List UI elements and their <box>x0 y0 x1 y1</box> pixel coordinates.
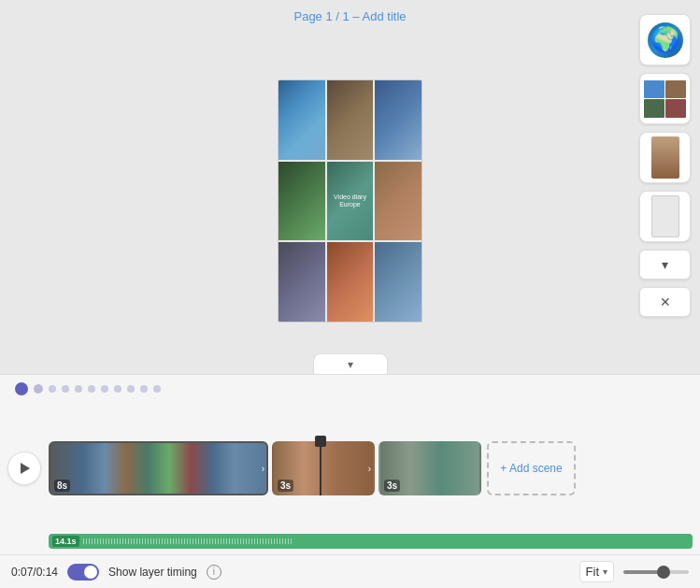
chevron-down-icon: ▾ <box>662 257 668 272</box>
sidebar-panel-4-preview <box>651 195 679 237</box>
dot-11 <box>153 385 161 393</box>
right-sidebar: 🌍 ▾ ✕ <box>639 14 691 317</box>
zoom-slider-thumb[interactable] <box>657 566 670 579</box>
tick <box>190 538 191 544</box>
tick <box>201 538 202 544</box>
play-button[interactable] <box>7 452 41 485</box>
collage-cell-2 <box>327 80 374 160</box>
scene-clip-3[interactable]: 3s <box>379 441 481 495</box>
tick <box>271 538 272 544</box>
page-title: Page 1 / 1 – Add title <box>293 9 406 23</box>
timeline-track: 8s › 3s › 3s + Add scene <box>0 403 700 534</box>
dot-1[interactable] <box>15 382 28 395</box>
tick <box>145 538 146 544</box>
tick <box>179 538 179 544</box>
progress-bar[interactable]: 14.1s <box>49 534 693 549</box>
progress-label: 14.1s <box>52 536 79 547</box>
tick <box>125 538 126 544</box>
collage-cell-6 <box>375 162 421 241</box>
tick <box>117 538 118 544</box>
tick <box>282 538 283 544</box>
tick <box>212 538 213 544</box>
tick <box>187 538 188 544</box>
collapse-arrow-button[interactable]: ▾ <box>313 353 388 374</box>
tick <box>265 538 266 544</box>
add-title-link[interactable]: Add title <box>363 9 407 23</box>
tick <box>277 538 278 544</box>
tick <box>215 538 216 544</box>
tick <box>198 538 199 544</box>
collage-preview: Video diaryEurope <box>278 79 422 323</box>
collage-cell-3 <box>375 80 421 160</box>
sidebar-close-button[interactable]: ✕ <box>639 287 691 317</box>
dot-9 <box>127 385 135 393</box>
tick <box>128 538 129 544</box>
tick <box>209 538 210 544</box>
sidebar-expand-button[interactable]: ▾ <box>639 250 691 280</box>
tick <box>139 538 140 544</box>
tick <box>120 538 121 544</box>
tick <box>193 538 193 544</box>
tick <box>184 538 185 544</box>
tick <box>164 538 165 544</box>
tick <box>159 538 160 544</box>
sidebar-panel-video-diary[interactable] <box>639 73 691 124</box>
canvas-area: Page 1 / 1 – Add title Video diaryEurope… <box>0 0 700 374</box>
tick <box>106 538 107 544</box>
tick <box>285 538 286 544</box>
tick <box>246 538 247 544</box>
mini-cell-4 <box>665 99 686 118</box>
scene-1-duration: 8s <box>54 480 70 492</box>
tick <box>226 538 227 544</box>
dot-8 <box>114 385 121 393</box>
sidebar-panel-globe[interactable]: 🌍 <box>639 14 691 65</box>
scene-clip-2[interactable]: 3s › <box>272 441 375 495</box>
tick <box>195 538 196 544</box>
dot-3 <box>49 385 56 393</box>
tick <box>134 538 135 544</box>
tick <box>142 538 143 544</box>
tick <box>221 538 221 544</box>
tick <box>103 538 104 544</box>
dots-row <box>0 375 700 403</box>
layer-timing-toggle[interactable] <box>67 564 99 581</box>
tick <box>94 538 95 544</box>
info-icon[interactable]: i <box>207 565 221 580</box>
add-scene-button[interactable]: + Add scene <box>487 441 576 495</box>
tick <box>100 538 101 544</box>
mini-cell-1 <box>644 80 664 99</box>
collage-cell-9 <box>375 242 421 322</box>
sidebar-panel-4[interactable] <box>639 191 691 242</box>
scene-clip-1[interactable]: 8s › <box>49 441 268 495</box>
tick <box>237 538 238 544</box>
collage-cell-4 <box>279 162 325 241</box>
tick <box>288 538 289 544</box>
scene-1-arrow: › <box>262 464 264 474</box>
tick <box>249 538 250 544</box>
fit-chevron-icon: ▾ <box>603 566 607 577</box>
tick <box>260 538 261 544</box>
progress-bar-container: 14.1s <box>49 534 693 554</box>
zoom-slider[interactable] <box>623 570 689 574</box>
tick <box>279 538 280 544</box>
tick <box>223 538 224 544</box>
tick <box>243 538 244 544</box>
tick <box>170 538 171 544</box>
collapse-chevron-icon: ▾ <box>348 358 353 371</box>
collage-cell-8 <box>327 242 374 322</box>
scene-2-arrow: › <box>368 464 371 474</box>
tick <box>173 538 174 544</box>
time-display: 0:07/0:14 <box>11 566 58 579</box>
tick <box>97 538 98 544</box>
sidebar-panel-3-preview <box>651 136 679 179</box>
tick <box>108 538 109 544</box>
bottom-controls: 0:07/0:14 Show layer timing i Fit ▾ <box>0 554 700 588</box>
tick <box>251 538 252 544</box>
tick <box>181 538 182 544</box>
timeline-area: 8s › 3s › 3s + Add scene 14.1s <box>0 374 700 588</box>
toggle-knob <box>84 566 97 579</box>
sidebar-panel-3[interactable] <box>639 132 691 183</box>
show-layer-timing-label: Show layer timing <box>108 566 197 579</box>
tick <box>114 538 115 544</box>
fit-dropdown[interactable]: Fit ▾ <box>579 561 614 582</box>
